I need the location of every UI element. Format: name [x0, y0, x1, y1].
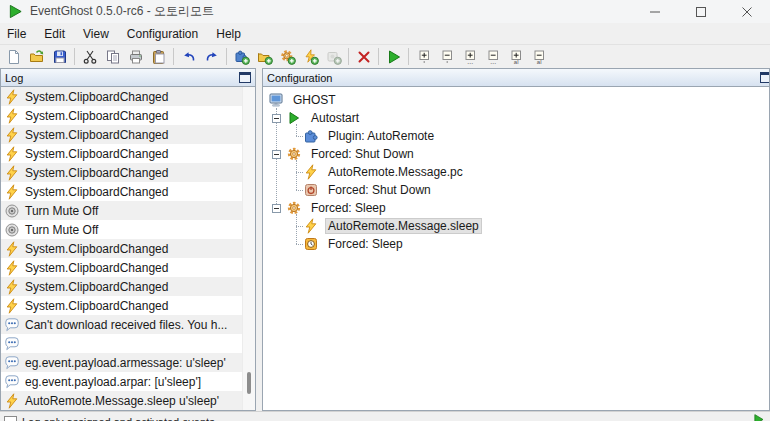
event-icon: [4, 184, 20, 200]
collapse-children-icon: ...: [485, 49, 501, 65]
log-row[interactable]: System.ClipboardChanged: [1, 239, 242, 258]
log-row[interactable]: System.ClipboardChanged: [1, 87, 242, 106]
tree-item-forced-shut-down[interactable]: Forced: Shut Down: [263, 145, 769, 163]
log-row-text: System.ClipboardChanged: [25, 166, 168, 180]
log-row[interactable]: Can't download received files. You h...: [1, 315, 242, 334]
window-controls: [632, 0, 770, 23]
log-row-text: System.ClipboardChanged: [25, 185, 168, 199]
dock-icon[interactable]: [239, 72, 251, 83]
log-row[interactable]: System.ClipboardChanged: [1, 106, 242, 125]
configuration-panel-header: Configuration: [263, 69, 769, 87]
log-row[interactable]: System.ClipboardChanged: [1, 163, 242, 182]
autostart-icon: [286, 110, 302, 126]
tree-item-autoremote-message-sleep[interactable]: AutoRemote.Message.sleep: [263, 217, 769, 235]
save-button[interactable]: [48, 46, 71, 67]
menu-item-file[interactable]: File: [0, 25, 35, 43]
log-row-text: Turn Mute Off: [25, 223, 98, 237]
action-icon: [4, 203, 20, 219]
plugin-icon: [303, 128, 319, 144]
tree-item-plugin-autoremote[interactable]: Plugin: AutoRemote: [263, 127, 769, 145]
redo-icon: [204, 49, 220, 65]
collapse-children-button[interactable]: ...: [481, 46, 504, 67]
tree-item-autoremote-message-pc[interactable]: AutoRemote.Message.pc: [263, 163, 769, 181]
undo-icon: [181, 49, 197, 65]
tree-item-forced-shut-down[interactable]: Forced: Shut Down: [263, 181, 769, 199]
log-row-text: Turn Mute Off: [25, 204, 98, 218]
log-row[interactable]: AutoRemote.Message.sleep u'sleep': [1, 391, 242, 410]
save-icon: [52, 49, 68, 65]
log-row[interactable]: System.ClipboardChanged: [1, 258, 242, 277]
expand-children-button[interactable]: ...: [458, 46, 481, 67]
engine-running-icon: [752, 413, 765, 421]
tree-expander-icon[interactable]: [272, 204, 281, 213]
action-icon: [4, 222, 20, 238]
tree-expander-icon[interactable]: [272, 150, 281, 159]
dock-icon[interactable]: [760, 72, 769, 83]
tree-item-label: Autostart: [308, 110, 362, 126]
log-row[interactable]: System.ClipboardChanged: [1, 182, 242, 201]
tree-item-autostart[interactable]: Autostart: [263, 109, 769, 127]
undo-button[interactable]: [177, 46, 200, 67]
log-row[interactable]: System.ClipboardChanged: [1, 296, 242, 315]
expand-icon: [416, 49, 432, 65]
log-row[interactable]: eg.event.payload.armessage: u'sleep': [1, 353, 242, 372]
redo-button[interactable]: [200, 46, 223, 67]
add-macro-button[interactable]: [276, 46, 299, 67]
add-event-button[interactable]: [299, 46, 322, 67]
tree-item-label: Forced: Shut Down: [325, 182, 434, 198]
menu-item-view[interactable]: View: [74, 25, 118, 43]
expand-all-button[interactable]: al: [504, 46, 527, 67]
menu-item-edit[interactable]: Edit: [35, 25, 74, 43]
macro-icon: [286, 200, 302, 216]
minimize-button[interactable]: [632, 0, 678, 23]
delete-button[interactable]: [352, 46, 375, 67]
log-scrollbar-thumb[interactable]: [247, 372, 251, 394]
tree-item-forced-sleep[interactable]: Forced: Sleep: [263, 199, 769, 217]
copy-button[interactable]: [101, 46, 124, 67]
expand-button[interactable]: [412, 46, 435, 67]
menu-item-configuration[interactable]: Configuration: [118, 25, 207, 43]
log-row[interactable]: [1, 334, 242, 353]
new-button[interactable]: [2, 46, 25, 67]
macro-icon: [286, 146, 302, 162]
window-title: EventGhost 0.5.0-rc6 - 오토리모트: [30, 3, 214, 20]
add-action-button[interactable]: [322, 46, 345, 67]
tree-item-ghost[interactable]: GHOST: [263, 91, 769, 109]
event-icon: [4, 165, 20, 181]
log-row[interactable]: System.ClipboardChanged: [1, 277, 242, 296]
tree-item-forced-sleep[interactable]: Forced: Sleep: [263, 235, 769, 253]
log-row-text: AutoRemote.Message.sleep u'sleep': [25, 394, 219, 408]
log-scrollbar[interactable]: [242, 87, 255, 410]
execute-button[interactable]: [382, 46, 405, 67]
log-row[interactable]: System.ClipboardChanged: [1, 125, 242, 144]
menu-item-help[interactable]: Help: [207, 25, 250, 43]
tree-expander-icon[interactable]: [272, 114, 281, 123]
log-filter-checkbox[interactable]: [4, 416, 17, 421]
collapse-all-button[interactable]: al: [527, 46, 550, 67]
log-row[interactable]: Turn Mute Off: [1, 220, 242, 239]
log-row[interactable]: eg.event.payload.arpar: [u'sleep']: [1, 372, 242, 391]
collapse-button[interactable]: [435, 46, 458, 67]
tree-item-label: GHOST: [290, 92, 339, 108]
event-icon: [303, 218, 319, 234]
maximize-button[interactable]: [678, 0, 724, 23]
log-row[interactable]: Turn Mute Off: [1, 201, 242, 220]
event-icon: [4, 127, 20, 143]
cut-button[interactable]: [78, 46, 101, 67]
paste-icon: [151, 49, 167, 65]
tree-item-label: Forced: Shut Down: [308, 146, 417, 162]
speech-bubble-icon: [4, 317, 20, 333]
close-button[interactable]: [724, 0, 770, 23]
tree-item-label: AutoRemote.Message.sleep: [325, 218, 482, 234]
log-row-text: System.ClipboardChanged: [25, 128, 168, 142]
log-row-text: System.ClipboardChanged: [25, 299, 168, 313]
toolbar-separator: [226, 48, 227, 65]
print-button[interactable]: [124, 46, 147, 67]
toolbar-separator: [173, 48, 174, 65]
log-row-text: System.ClipboardChanged: [25, 109, 168, 123]
log-row[interactable]: System.ClipboardChanged: [1, 144, 242, 163]
add-plugin-button[interactable]: [230, 46, 253, 67]
add-folder-button[interactable]: [253, 46, 276, 67]
paste-button[interactable]: [147, 46, 170, 67]
open-button[interactable]: [25, 46, 48, 67]
